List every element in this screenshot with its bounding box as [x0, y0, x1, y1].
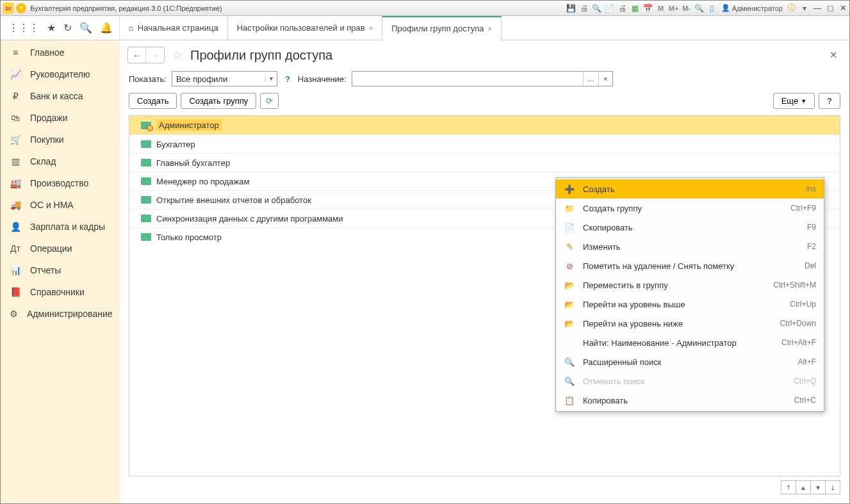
filter-assign-input-group: … × [352, 71, 613, 86]
context-menu-item[interactable]: 🔍Расширенный поискAlt+F [556, 352, 824, 371]
list-nav-top[interactable]: ⤒ [781, 480, 796, 494]
sidebar-item-ос-и-нма[interactable]: 🚚ОС и НМА [1, 194, 120, 216]
info-dropdown[interactable]: ▾ [798, 2, 811, 15]
notifications-icon[interactable]: 🔔 [100, 22, 113, 34]
calc-mplus-button[interactable]: M+ [667, 2, 680, 15]
close-button[interactable]: ✕ [837, 2, 849, 15]
list-row-label: Менеджер по продажам [156, 177, 249, 186]
context-menu-icon: 📄 [564, 223, 575, 232]
sidebar-item-склад[interactable]: ▥Склад [1, 150, 120, 172]
list-row[interactable]: Главный бухгалтер [129, 153, 840, 172]
calc-mminus-button[interactable]: M- [680, 2, 693, 15]
context-menu-icon: 🔍 [564, 377, 575, 386]
context-menu-item[interactable]: 📂Перейти на уровень вышеCtrl+Up [556, 295, 824, 314]
print2-icon[interactable]: 🖨 [616, 2, 629, 15]
context-menu-item[interactable]: 📁Создать группуCtrl+F9 [556, 199, 824, 218]
tab-профили-групп-доступа[interactable]: Профили групп доступа× [382, 16, 502, 40]
sidebar-item-label: Справочники [30, 287, 85, 297]
sidebar-item-label: ОС и НМА [30, 200, 74, 210]
create-group-button[interactable]: Создать группу [181, 93, 256, 109]
list-nav-up[interactable]: ▲ [796, 480, 811, 494]
context-menu-item[interactable]: 📂Переместить в группуCtrl+Shift+M [556, 275, 824, 295]
close-page-button[interactable]: ✕ [830, 49, 838, 61]
context-menu-label: Переместить в группу [583, 280, 765, 290]
favorite-page-button[interactable]: ☆ [170, 48, 185, 62]
filter-show-select[interactable]: Все профили ▼ [172, 71, 277, 86]
tab-настройки-пользователей-и-прав[interactable]: Настройки пользователей и прав× [228, 16, 382, 40]
context-menu-item[interactable]: 📋КопироватьCtrl+C [556, 391, 824, 410]
context-menu-item[interactable]: ✎ИзменитьF2 [556, 237, 824, 256]
list-nav-down[interactable]: ▼ [810, 480, 826, 494]
help-button[interactable]: ? [819, 93, 840, 109]
tabs: ⌂Начальная страницаНастройки пользовател… [120, 16, 502, 40]
tab-close-button[interactable]: × [369, 24, 373, 32]
context-menu-item[interactable]: ➕СоздатьIns [556, 179, 824, 199]
nav-back-button[interactable]: ← [128, 47, 146, 63]
print-icon[interactable]: 🖨 [578, 2, 591, 15]
context-menu-icon: 📂 [564, 319, 575, 329]
minimize-button[interactable]: — [811, 2, 824, 15]
tab-close-button[interactable]: × [488, 25, 492, 33]
sidebar-icon: 🛍 [10, 113, 21, 123]
zoom-icon[interactable]: 🔍 [693, 2, 706, 15]
assign-clear-button[interactable]: × [598, 72, 612, 86]
context-menu-icon: 📂 [564, 280, 575, 290]
assign-browse-button[interactable]: … [583, 72, 598, 86]
search-icon[interactable]: 🔍 [79, 22, 92, 34]
info-icon[interactable]: ⓘ [785, 2, 798, 15]
apps-icon[interactable]: ⋮⋮⋮ [8, 22, 39, 34]
favorite-icon[interactable]: ★ [47, 22, 56, 34]
preview-icon[interactable]: 🔍 [591, 2, 603, 15]
context-menu-shortcut: Ins [806, 184, 816, 193]
sidebar-item-отчеты[interactable]: 📊Отчеты [1, 259, 120, 281]
compare-icon[interactable]: 📄 [603, 2, 616, 15]
sidebar-item-зарплата-и-кадры[interactable]: 👤Зарплата и кадры [1, 216, 120, 238]
sidebar-icon: 🏭 [10, 178, 21, 188]
list-row[interactable]: Бухгалтер [129, 134, 840, 153]
context-menu-label: Пометить на удаление / Снять пометку [583, 261, 797, 271]
home-icon: ⌂ [129, 23, 134, 33]
more-button[interactable]: Еще ▼ [773, 93, 815, 109]
list-nav-bottom[interactable]: ⤓ [825, 480, 840, 494]
context-menu-shortcut: F9 [807, 223, 816, 232]
sidebar-item-производство[interactable]: 🏭Производство [1, 172, 120, 194]
filter-show-label: Показать: [129, 74, 167, 84]
profile-icon [141, 177, 151, 185]
context-menu-item[interactable]: 📂Перейти на уровень нижеCtrl+Down [556, 314, 824, 333]
context-menu-icon: ✎ [564, 242, 575, 252]
tab-начальная-страница[interactable]: ⌂Начальная страница [120, 16, 228, 40]
context-menu-label: Перейти на уровень ниже [583, 319, 772, 329]
sidebar-icon: 📊 [10, 265, 21, 275]
calendar-icon[interactable]: 📅 [642, 2, 655, 15]
sidebar-item-главное[interactable]: ≡Главное [1, 42, 120, 63]
sidebar-item-банк-и-касса[interactable]: ₽Банк и касса [1, 85, 120, 107]
profile-icon [141, 140, 151, 148]
history-icon[interactable]: ↻ [63, 22, 72, 34]
calc-m-button[interactable]: M [655, 2, 667, 15]
sidebar-item-продажи[interactable]: 🛍Продажи [1, 107, 120, 129]
maximize-button[interactable]: ◻ [824, 2, 837, 15]
sidebar-icon: 📈 [10, 69, 21, 79]
sidebar-item-операции[interactable]: ДтОперации [1, 238, 120, 259]
calc-icon[interactable]: ▦ [629, 2, 642, 15]
nav-forward-button[interactable]: → [146, 47, 164, 63]
context-menu-item[interactable]: 📄СкопироватьF9 [556, 218, 824, 237]
assign-input[interactable] [352, 72, 583, 86]
sidebar-item-справочники[interactable]: 📕Справочники [1, 281, 120, 303]
list-row[interactable]: Администратор [129, 116, 840, 134]
sidebar-item-администрирование[interactable]: ⚙Администрирование [1, 303, 120, 325]
sidebar-item-руководителю[interactable]: 📈Руководителю [1, 63, 120, 85]
panel-icon[interactable]: ▯ [706, 2, 719, 15]
refresh-button[interactable]: ⟳ [260, 93, 279, 109]
context-menu-item[interactable]: ⊘Пометить на удаление / Снять пометкуDel [556, 256, 824, 275]
context-menu-shortcut: Ctrl+Down [780, 319, 816, 328]
app-menu-dropdown[interactable]: ▼ [16, 3, 26, 13]
context-menu-shortcut: Alt+F [798, 357, 816, 366]
user-menu[interactable]: 👤 Администратор [719, 4, 785, 12]
sidebar-item-покупки[interactable]: 🛒Покупки [1, 129, 120, 150]
create-button[interactable]: Создать [129, 93, 177, 109]
context-menu-item[interactable]: Найти: Наименование - АдминистраторCtrl+… [556, 333, 824, 352]
sidebar-item-label: Покупки [30, 134, 64, 145]
save-icon[interactable]: 💾 [565, 2, 578, 15]
filter-help-button[interactable]: ? [281, 74, 294, 84]
